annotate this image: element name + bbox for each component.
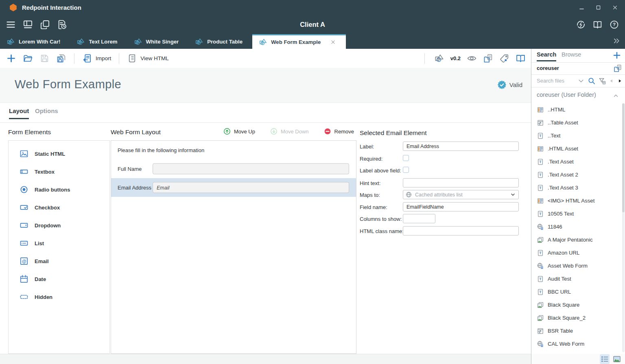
folder-document-icon[interactable] <box>483 53 493 63</box>
chevron-up-icon[interactable] <box>612 92 619 99</box>
file-item[interactable]: BSR Table <box>531 325 625 338</box>
file-item[interactable]: A Major Pentatonic <box>531 233 625 246</box>
file-item[interactable]: TBBC URL <box>531 286 625 299</box>
filter-results-icon[interactable] <box>598 77 606 85</box>
search-query-value[interactable]: coreuser <box>537 65 559 71</box>
file-list: ..HTML..Table AssetT..Text.HTML AssetT.T… <box>531 103 625 354</box>
folder-document-icon[interactable] <box>613 64 622 73</box>
tab-text-lorem[interactable]: Text Lorem <box>70 34 127 49</box>
search-icon[interactable] <box>588 77 596 85</box>
form-elements-header: Form Elements <box>8 129 51 136</box>
file-item[interactable]: 11846 <box>531 220 625 233</box>
minimize-icon[interactable] <box>578 4 585 11</box>
file-item[interactable]: T..Text <box>531 129 625 142</box>
text-asset-icon: T <box>537 158 544 166</box>
next-arrow-icon[interactable] <box>617 78 623 84</box>
tab-options[interactable]: Options <box>35 107 58 114</box>
tab-layout[interactable]: Layout <box>9 107 29 119</box>
tag-icon[interactable] <box>499 53 509 63</box>
chevron-down-icon[interactable] <box>577 77 585 85</box>
open-book-icon[interactable] <box>516 53 526 63</box>
required-checkbox[interactable] <box>403 155 409 161</box>
form-element-date[interactable]: Date <box>9 270 109 288</box>
recent-document-icon[interactable] <box>57 19 68 30</box>
layout-field-full-name[interactable]: Full Name <box>111 159 356 178</box>
add-button[interactable] <box>4 52 18 65</box>
form-element-dropdown[interactable]: Dropdown <box>9 216 109 234</box>
file-item[interactable]: TAmazon URL <box>531 246 625 259</box>
label-above-checkbox[interactable] <box>403 167 409 173</box>
file-item[interactable]: ..HTML <box>531 103 625 116</box>
scrollbar-thumb[interactable] <box>622 103 625 212</box>
file-item[interactable]: T10505 Text <box>531 207 625 220</box>
view-html-button[interactable]: View HTML <box>125 52 171 65</box>
thumbnail-view-icon[interactable] <box>612 354 622 364</box>
open-folder-button[interactable] <box>21 52 35 65</box>
columns-row: Columns to show: <box>360 214 531 223</box>
folder-header[interactable]: coreuser (User Folder) <box>531 87 625 103</box>
tab-lorem-with-car-[interactable]: Lorem With Car! <box>0 34 70 49</box>
move-up-button[interactable]: Move Up <box>221 127 258 136</box>
menu-icon[interactable] <box>5 19 16 30</box>
columns-input[interactable] <box>403 214 435 223</box>
file-item[interactable]: CAL Web Form <box>531 338 625 351</box>
search-files-row: Search files <box>531 74 625 87</box>
tab-product-table[interactable]: Product Table <box>188 34 252 49</box>
field-name-label: Field name: <box>360 204 387 210</box>
form-element-checkbox[interactable]: Checkbox <box>9 198 109 216</box>
form-element-textbox[interactable]: Textbox <box>9 163 109 181</box>
file-item[interactable]: Black Square <box>531 299 625 312</box>
save-all-button[interactable] <box>54 52 68 65</box>
layout-field-email-address[interactable]: Email Address <box>111 178 356 197</box>
file-item[interactable]: TAudit Test <box>531 272 625 286</box>
form-element-static-html[interactable]: Static HTML <box>9 145 109 163</box>
add-icon[interactable] <box>612 51 621 60</box>
hint-input[interactable] <box>403 178 519 187</box>
table-asset-icon <box>537 119 544 126</box>
field-name-input[interactable] <box>403 202 519 211</box>
form-element-hidden[interactable]: Hidden <box>9 288 109 306</box>
layout-field-input[interactable] <box>153 182 349 193</box>
eye-icon[interactable] <box>467 53 477 63</box>
file-item[interactable]: T.Text Asset 2 <box>531 168 625 181</box>
form-element-radio-buttons[interactable]: Radio buttons <box>9 181 109 198</box>
file-item[interactable]: <IMG> HTML Asset <box>531 194 625 207</box>
html-asset-icon <box>537 145 544 153</box>
list-view-icon[interactable] <box>600 354 610 364</box>
maximize-icon[interactable] <box>595 4 602 11</box>
html-class-input[interactable] <box>403 226 519 235</box>
copy-pages-icon[interactable] <box>39 19 50 30</box>
sidebar-tab-browse[interactable]: Browse <box>562 51 581 58</box>
file-item[interactable]: .HTML Asset <box>531 142 625 155</box>
date-icon <box>19 274 29 284</box>
import-button[interactable]: Import <box>80 52 113 65</box>
tab-label: Text Lorem <box>89 39 117 45</box>
close-icon[interactable] <box>612 4 618 11</box>
form-element-label: Hidden <box>35 294 52 300</box>
file-item[interactable]: T.Text Asset 3 <box>531 181 625 194</box>
layout-field-input[interactable] <box>153 163 349 174</box>
sidebar-tab-search[interactable]: Search <box>537 51 556 61</box>
remove-button[interactable]: Remove <box>321 127 356 136</box>
maps-to-select[interactable]: Cached attributes list <box>403 190 519 199</box>
label-input[interactable] <box>403 142 519 151</box>
file-item[interactable]: ..Table Asset <box>531 116 625 129</box>
chevron-double-right-icon[interactable] <box>612 37 621 45</box>
close-icon[interactable] <box>330 39 336 45</box>
form-element-list[interactable]: List <box>9 234 109 252</box>
file-item[interactable]: Black Square_2 <box>531 312 625 325</box>
panels-icon[interactable] <box>22 19 33 30</box>
file-item[interactable]: T.Text Asset <box>531 155 625 168</box>
sync-icon[interactable] <box>576 20 586 30</box>
prev-arrow-icon[interactable] <box>609 78 614 84</box>
tab-web-form-example[interactable]: Web Form Example <box>252 34 346 49</box>
required-label: Required: <box>360 155 382 161</box>
attribute-globe-icon <box>405 191 412 198</box>
book-icon[interactable] <box>592 20 603 30</box>
form-element-email[interactable]: @Email <box>9 252 109 270</box>
save-button[interactable] <box>37 52 52 65</box>
search-files-input[interactable]: Search files <box>537 78 564 84</box>
tab-white-singer[interactable]: White Singer <box>127 34 189 49</box>
file-item[interactable]: Asset Web Form <box>531 259 625 272</box>
help-icon[interactable]: ? <box>609 20 619 30</box>
